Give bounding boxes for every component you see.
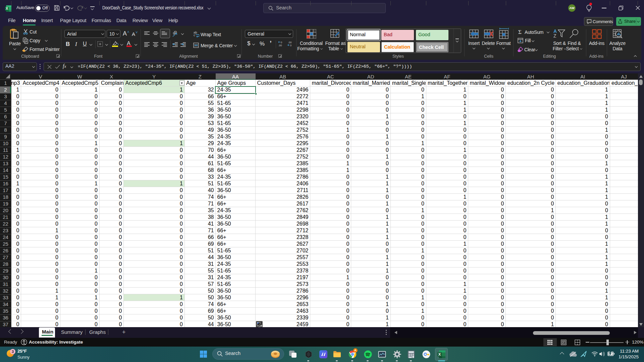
svg-text:0: 0 [290,44,291,47]
svg-text:0: 0 [281,41,282,44]
svg-text:.00: .00 [288,41,291,44]
svg-text:X: X [6,7,8,10]
svg-text:.00: .00 [278,44,282,47]
svg-text:X: X [438,352,441,356]
